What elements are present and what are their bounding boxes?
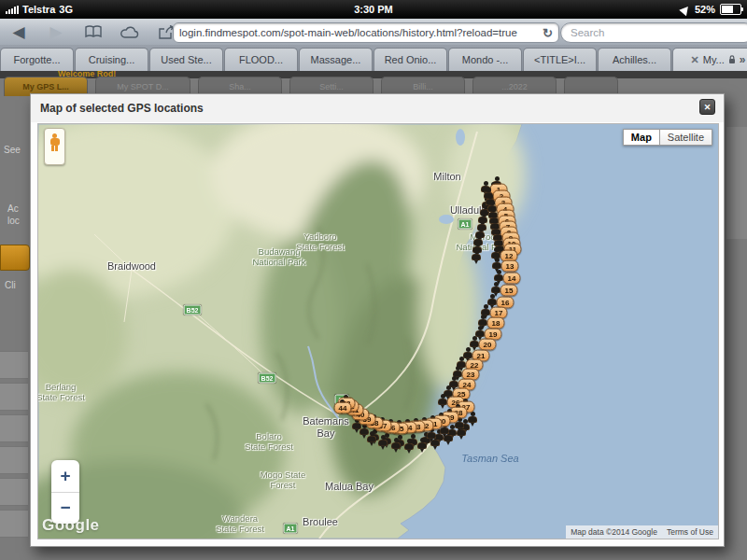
address-bar[interactable]: login.findmespot.com/spot-main-web/locat…: [173, 22, 559, 43]
map-view-button[interactable]: Map: [623, 129, 659, 146]
map-data-copyright: Map data ©2014 Google: [566, 525, 662, 539]
map-label: Yadboro State Forest: [296, 232, 345, 253]
gps-person-marker[interactable]: [391, 438, 401, 453]
map-label: Mogo State Forest: [261, 470, 306, 491]
bookmarks-icon[interactable]: [75, 19, 112, 45]
map-label: Wandera State Forest: [216, 514, 264, 535]
terms-of-use-link[interactable]: Terms of Use: [662, 525, 718, 539]
map-label: Bolaro State Forest: [245, 432, 293, 453]
tab-title: <TITLE>I...: [534, 54, 585, 65]
forward-button[interactable]: ▶: [37, 19, 75, 45]
browser-tab[interactable]: ✕My...»: [672, 48, 747, 71]
map-label: Broulee: [303, 516, 338, 528]
background-orange-button: [0, 245, 30, 271]
browser-tab[interactable]: Achilles...: [598, 48, 671, 71]
route-shield: A1: [458, 219, 472, 230]
tab-title: Massage...: [311, 54, 361, 65]
gps-marker-number[interactable]: 14: [503, 273, 521, 285]
map-terrain: [38, 124, 718, 539]
browser-tab[interactable]: Used Ste...: [149, 48, 223, 71]
gps-person-marker[interactable]: [417, 438, 427, 453]
gps-map-modal: Map of selected GPS locations ✕: [30, 93, 725, 547]
gps-marker-number[interactable]: 44: [334, 402, 352, 414]
status-bar: Telstra 3G 3:30 PM 52%: [0, 0, 747, 19]
route-shield: B52: [184, 305, 202, 315]
battery-icon: [720, 4, 741, 15]
route-shield: B52: [259, 373, 276, 384]
tab-title: FLOOD...: [239, 54, 283, 65]
gps-marker-number[interactable]: 15: [500, 285, 518, 297]
map-label: Batemans Bay: [303, 415, 349, 439]
modal-header: Map of selected GPS locations: [31, 94, 724, 122]
url-text: login.findmespot.com/spot-main-web/locat…: [179, 27, 543, 38]
browser-toolbar: ◀ ▶ login.findmespot.com/spot-main-web/l…: [0, 19, 747, 46]
battery-percent-label: 52%: [695, 4, 715, 15]
back-button[interactable]: ◀: [0, 19, 37, 45]
tab-title: Red Onio...: [385, 54, 437, 65]
tab-title: Mondo -...: [462, 54, 509, 65]
gps-person-marker[interactable]: [468, 412, 477, 427]
map-label: Tasman Sea: [461, 453, 518, 465]
reload-icon[interactable]: ↻: [543, 26, 553, 40]
browser-tab[interactable]: Forgotte...: [0, 48, 74, 71]
tab-close-icon[interactable]: ✕: [691, 54, 699, 66]
search-input[interactable]: Search: [560, 22, 747, 43]
google-logo: Google: [42, 516, 100, 535]
browser-tab[interactable]: <TITLE>I...: [523, 48, 597, 71]
browser-tab-bar: Forgotte...Cruising...Used Ste...FLOOD..…: [0, 45, 747, 72]
gps-person-marker[interactable]: [472, 249, 481, 264]
gps-person-marker[interactable]: [404, 439, 414, 454]
background-table-row: [0, 351, 28, 379]
browser-tab[interactable]: Massage...: [299, 48, 373, 71]
gps-marker-number[interactable]: 13: [501, 260, 519, 273]
tab-title: My...: [703, 54, 725, 65]
tab-title: Used Ste...: [161, 54, 211, 65]
background-text-fragment: See: [4, 145, 21, 155]
route-shield: A1: [284, 524, 298, 534]
browser-tab[interactable]: Cruising...: [75, 48, 148, 71]
background-table-row: [0, 478, 28, 506]
gps-person-marker[interactable]: [378, 435, 388, 450]
map-label: Malua Bay: [325, 481, 374, 493]
location-services-icon: [679, 3, 691, 15]
background-text-fragment: Ac: [7, 203, 19, 214]
gps-person-marker[interactable]: [438, 394, 447, 409]
tab-title: Forgotte...: [13, 54, 60, 65]
background-text-fragment: Cli: [5, 280, 16, 290]
browser-tab[interactable]: FLOOD...: [224, 48, 298, 71]
map-label: Milton: [433, 171, 460, 183]
lock-icon: [728, 55, 736, 64]
modal-title: Map of selected GPS locations: [31, 102, 204, 115]
background-table-row: [0, 510, 28, 538]
gps-person-marker[interactable]: [367, 431, 376, 446]
tab-title: Cruising...: [89, 54, 135, 65]
tab-overflow-icon[interactable]: »: [740, 53, 746, 66]
satellite-view-button[interactable]: Satellite: [659, 129, 712, 146]
zoom-control: + −: [51, 460, 79, 524]
clock-label: 3:30 PM: [0, 4, 747, 15]
browser-tab[interactable]: Red Onio...: [374, 48, 447, 71]
background-table-row: [0, 446, 28, 474]
background-text-fragment: loc: [7, 216, 20, 226]
background-table-row: [0, 414, 28, 442]
icloud-tabs-icon[interactable]: [112, 19, 148, 45]
map-attribution: Map data ©2014 Google Terms of Use: [566, 525, 718, 539]
selected-marker-icon: [44, 128, 65, 165]
zoom-in-button[interactable]: +: [51, 460, 79, 493]
map-type-switcher: Map Satellite: [623, 129, 712, 146]
map-label: Berlang State Forest: [37, 383, 85, 403]
background-table-row: [0, 383, 28, 411]
modal-close-button[interactable]: ✕: [699, 99, 715, 115]
google-map[interactable]: Map Satellite + − Google Map data ©2014 …: [37, 123, 719, 539]
tab-title: Achilles...: [613, 54, 656, 65]
map-label: Braidwood: [107, 260, 156, 273]
browser-tab[interactable]: Mondo -...: [448, 48, 522, 71]
